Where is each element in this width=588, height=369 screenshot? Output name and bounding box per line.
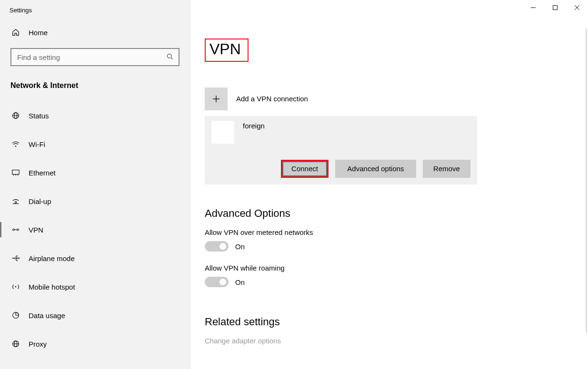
advanced-options-heading: Advanced Options xyxy=(205,207,588,220)
sidebar-item-label: VPN xyxy=(29,226,43,234)
page-title: VPN xyxy=(205,39,249,62)
svg-point-4 xyxy=(167,54,171,58)
wifi-icon xyxy=(10,140,21,148)
vpn-entry-icon xyxy=(211,121,234,144)
svg-point-17 xyxy=(17,229,19,231)
sidebar-nav: Status Wi-Fi Ethernet xyxy=(10,101,179,358)
toggle-state: On xyxy=(235,278,245,286)
sidebar-item-label: Mobile hotspot xyxy=(29,283,75,291)
sidebar-item-label: Status xyxy=(29,112,49,120)
sidebar-item-airplane[interactable]: Airplane mode xyxy=(10,244,179,272)
toggle-switch-metered[interactable] xyxy=(205,241,229,252)
sidebar-item-label: Airplane mode xyxy=(29,254,75,262)
svg-point-16 xyxy=(13,229,15,231)
sidebar-item-ethernet[interactable]: Ethernet xyxy=(10,158,179,187)
related-settings-heading: Related settings xyxy=(205,316,588,328)
sidebar-item-status[interactable]: Status xyxy=(10,101,179,130)
toggle-switch-roaming[interactable] xyxy=(205,277,229,287)
home-icon xyxy=(10,28,21,37)
scrollbar[interactable] xyxy=(586,29,587,333)
toggle-state: On xyxy=(235,243,245,251)
link-change-adapter[interactable]: Change adapter options xyxy=(205,337,588,345)
toggle-metered: Allow VPN over metered networks On xyxy=(205,228,588,252)
search-icon xyxy=(166,53,174,62)
datausage-icon xyxy=(10,311,21,320)
search-input[interactable] xyxy=(16,53,166,62)
sidebar-item-datausage[interactable]: Data usage xyxy=(10,301,179,330)
sidebar-home-label: Home xyxy=(29,29,48,37)
hotspot-icon xyxy=(10,282,21,291)
sidebar-home[interactable]: Home xyxy=(10,19,179,48)
vpn-entry-name: foreign xyxy=(243,122,265,130)
app-title: Settings xyxy=(0,0,190,19)
svg-rect-10 xyxy=(12,170,19,175)
sidebar: Settings Home Network & Internet xyxy=(0,0,190,369)
vpn-entry[interactable]: foreign Connect Advanced options Remove xyxy=(205,116,477,184)
ethernet-icon xyxy=(10,168,21,177)
sidebar-item-vpn[interactable]: VPN xyxy=(10,215,179,244)
svg-point-14 xyxy=(15,202,17,204)
sidebar-item-label: Dial-up xyxy=(29,197,51,205)
sidebar-category: Network & Internet xyxy=(10,66,179,95)
sidebar-item-label: Proxy xyxy=(29,340,47,348)
toggle-roaming: Allow VPN while roaming On xyxy=(205,264,588,287)
svg-point-19 xyxy=(15,286,17,288)
connect-button[interactable]: Connect xyxy=(281,160,329,178)
add-vpn-row[interactable]: Add a VPN connection xyxy=(205,87,588,110)
toggle-label: Allow VPN while roaming xyxy=(205,264,588,272)
search-box[interactable] xyxy=(10,48,179,66)
svg-point-9 xyxy=(15,146,16,146)
sidebar-item-wifi[interactable]: Wi-Fi xyxy=(10,130,179,158)
vpn-icon xyxy=(10,225,21,234)
sidebar-item-hotspot[interactable]: Mobile hotspot xyxy=(10,272,179,301)
sidebar-item-proxy[interactable]: Proxy xyxy=(10,330,179,358)
advanced-options-button[interactable]: Advanced options xyxy=(335,160,416,178)
sidebar-item-label: Wi-Fi xyxy=(29,140,45,148)
airplane-icon xyxy=(10,254,21,262)
dialup-icon xyxy=(10,197,21,205)
sidebar-item-dialup[interactable]: Dial-up xyxy=(10,187,179,215)
sidebar-item-label: Ethernet xyxy=(29,169,56,177)
sidebar-item-label: Data usage xyxy=(29,311,65,320)
main-content: VPN Add a VPN connection foreign Connect… xyxy=(190,0,588,369)
remove-button[interactable]: Remove xyxy=(423,160,470,178)
status-icon xyxy=(10,111,21,120)
proxy-icon xyxy=(10,340,21,348)
add-vpn-label: Add a VPN connection xyxy=(236,95,308,103)
toggle-label: Allow VPN over metered networks xyxy=(205,228,588,236)
plus-icon xyxy=(205,87,228,110)
svg-line-5 xyxy=(171,58,172,59)
